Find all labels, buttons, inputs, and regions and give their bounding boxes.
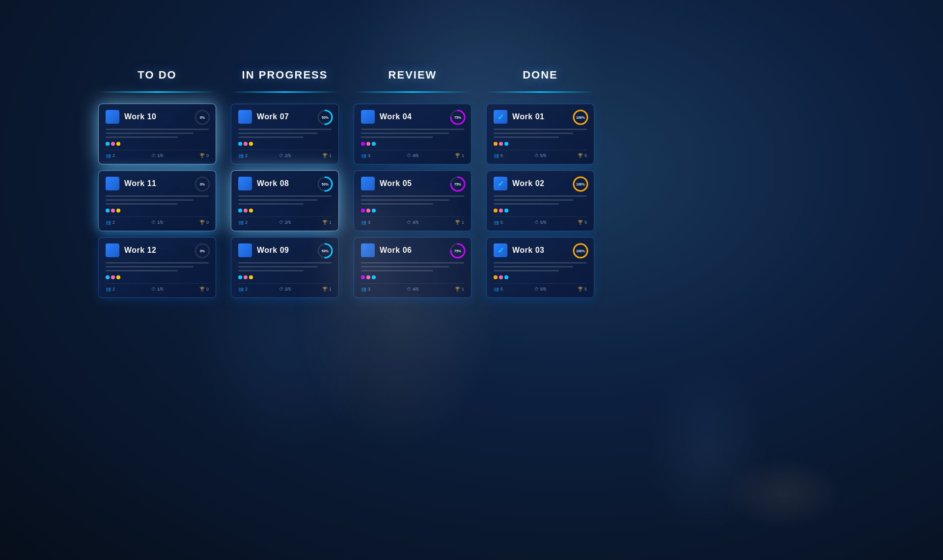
progress-text-work07: 50% — [317, 109, 333, 126]
trophy-count: 1 — [329, 220, 332, 225]
footer-trophy: 🏆 0 — [199, 220, 209, 225]
footer-trophy: 🏆 5 — [578, 287, 587, 292]
column-done-header: DONE — [523, 69, 558, 81]
card-icon-work08 — [238, 177, 252, 190]
trophy-count: 5 — [584, 220, 587, 225]
dot2 — [244, 142, 248, 146]
card-work01[interactable]: ✓ Work 01 100% — [486, 104, 594, 164]
card-work08[interactable]: Work 08 50% 👥 — [231, 170, 339, 231]
tasks-icon: ⏱ — [279, 287, 283, 292]
color-dots-work10 — [106, 142, 209, 146]
progress-badge-work05: 75% — [449, 176, 466, 192]
footer-trophy: 🏆 5 — [578, 220, 587, 225]
card-work11[interactable]: Work 11 0% 👥 — [98, 170, 216, 231]
trophy-icon: 🏆 — [455, 220, 460, 225]
card-work09[interactable]: Work 09 50% 👥 — [231, 237, 339, 298]
progress-badge-work03: 100% — [572, 242, 589, 259]
line1 — [238, 129, 332, 130]
card-title-work11: Work 11 — [124, 179, 156, 188]
people-count: 3 — [368, 153, 370, 158]
progress-text-work05: 75% — [449, 176, 466, 192]
dot2 — [499, 275, 503, 279]
card-footer-work12: 👥 2 ⏱ 1/5 🏆 0 — [106, 283, 209, 292]
line3 — [238, 203, 304, 205]
tasks-count: 2/5 — [285, 153, 291, 158]
card-footer-work03: 👥 5 ⏱ 5/5 🏆 5 — [494, 283, 587, 292]
progress-badge-work07: 50% — [317, 109, 333, 126]
footer-trophy: 🏆 1 — [322, 220, 332, 225]
line3 — [361, 270, 433, 271]
footer-people: 👥 3 — [361, 220, 370, 225]
card-title-work01: Work 01 — [512, 112, 544, 121]
card-work12[interactable]: Work 12 0% 👥 — [98, 237, 216, 298]
dot2 — [244, 275, 248, 279]
card-work10[interactable]: Work 10 0% 👥 — [98, 104, 216, 164]
line2 — [361, 199, 449, 201]
dot2 — [499, 209, 503, 213]
color-dots-work05 — [361, 209, 464, 213]
card-icon-work05 — [361, 177, 375, 190]
trophy-count: 1 — [329, 153, 332, 158]
column-inprogress-underline — [231, 91, 339, 93]
card-title-work07: Work 07 — [257, 112, 289, 121]
tasks-icon: ⏱ — [151, 153, 156, 158]
dot2 — [499, 142, 503, 146]
color-dots-work03 — [494, 275, 587, 279]
dot2 — [244, 209, 248, 213]
card-work04[interactable]: Work 04 75% 👥 — [354, 104, 472, 164]
footer-people: 👥 5 — [494, 220, 503, 225]
card-footer-work01: 👥 5 ⏱ 5/5 🏆 5 — [494, 150, 587, 158]
dot1 — [361, 275, 365, 279]
card-work07[interactable]: Work 07 50% 👥 — [231, 104, 339, 164]
dot2 — [366, 142, 370, 146]
color-dots-work04 — [361, 142, 464, 146]
people-icon: 👥 — [238, 220, 244, 225]
line1 — [238, 195, 332, 197]
card-icon-work12 — [106, 243, 119, 257]
dot3 — [372, 142, 376, 146]
card-work03[interactable]: ✓ Work 03 100% — [486, 237, 594, 298]
line3 — [238, 136, 304, 138]
progress-text-work01: 100% — [572, 109, 589, 126]
card-work02[interactable]: ✓ Work 02 100% — [486, 170, 594, 231]
tasks-icon: ⏱ — [279, 153, 283, 158]
footer-trophy: 🏆 1 — [455, 153, 464, 158]
card-icon-work06 — [361, 243, 375, 257]
line3 — [494, 203, 559, 205]
column-review-underline — [354, 91, 472, 93]
column-review-header: REVIEW — [388, 69, 437, 81]
tasks-icon: ⏱ — [534, 220, 539, 225]
people-icon: 👥 — [106, 153, 111, 158]
card-icon-work11 — [106, 177, 119, 190]
dot2 — [366, 209, 370, 213]
trophy-icon: 🏆 — [578, 287, 583, 292]
color-dots-work12 — [106, 275, 209, 279]
card-lines-work04 — [361, 129, 464, 138]
dot3 — [249, 142, 253, 146]
checkmark-work02: ✓ — [498, 179, 504, 188]
tasks-count: 1/5 — [157, 153, 164, 158]
tasks-count: 1/5 — [157, 287, 164, 292]
card-footer-work10: 👥 2 ⏱ 1/5 🏆 0 — [106, 150, 209, 158]
card-lines-work11 — [106, 195, 209, 205]
line2 — [238, 133, 318, 134]
column-inprogress-header: IN PROGRESS — [242, 69, 328, 81]
footer-tasks: ⏱ 1/5 — [151, 153, 164, 158]
card-footer-work07: 👥 2 ⏱ 2/5 🏆 1 — [238, 150, 332, 158]
dot1 — [361, 209, 365, 213]
card-work06[interactable]: Work 06 75% 👥 — [354, 237, 472, 298]
trophy-count: 0 — [206, 220, 209, 225]
line2 — [106, 133, 194, 134]
line1 — [361, 129, 464, 130]
line2 — [361, 133, 449, 134]
dot3 — [504, 275, 508, 279]
footer-tasks: ⏱ 1/5 — [151, 220, 164, 225]
line3 — [494, 270, 559, 271]
color-dots-work01 — [494, 142, 587, 146]
trophy-count: 1 — [462, 153, 464, 158]
color-dots-work02 — [494, 209, 587, 213]
card-work05[interactable]: Work 05 75% 👥 — [354, 170, 472, 231]
tasks-icon: ⏱ — [151, 287, 156, 292]
card-title-work06: Work 06 — [380, 246, 412, 255]
trophy-icon: 🏆 — [455, 153, 460, 158]
